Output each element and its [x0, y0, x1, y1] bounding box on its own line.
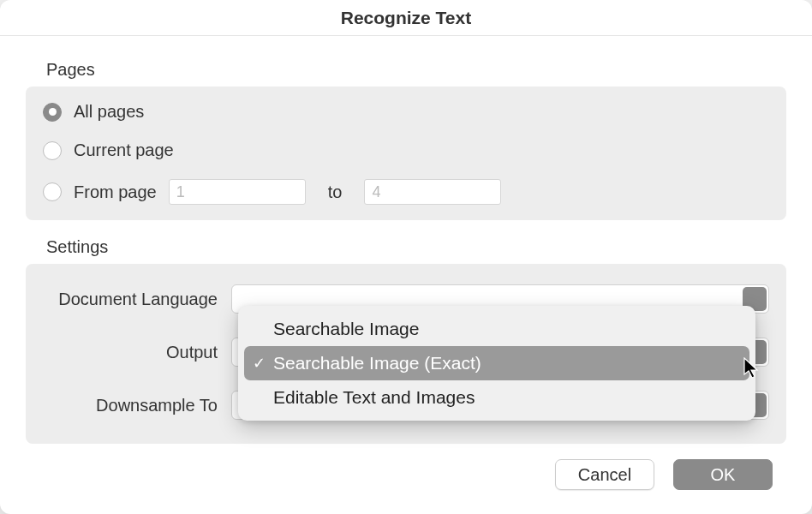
ok-button[interactable]: OK — [673, 459, 773, 490]
downsample-label: Downsample To — [43, 396, 231, 415]
document-language-label: Document Language — [43, 290, 231, 309]
to-page-input[interactable] — [364, 179, 501, 205]
output-dropdown-popup: Searchable Image ✓ Searchable Image (Exa… — [238, 306, 755, 421]
radio-label-all-pages: All pages — [74, 102, 144, 122]
output-label: Output — [43, 343, 231, 362]
radio-label-from-page: From page — [74, 182, 157, 202]
radio-current-page[interactable] — [43, 141, 62, 160]
dropdown-item-label: Searchable Image — [273, 319, 419, 339]
radio-all-pages[interactable] — [43, 103, 62, 122]
dropdown-item-searchable-image[interactable]: Searchable Image — [244, 312, 749, 346]
recognize-text-dialog: Recognize Text Pages All pages Current p… — [0, 0, 812, 514]
radio-label-current-page: Current page — [74, 140, 174, 160]
check-icon: ✓ — [249, 354, 268, 373]
dropdown-item-searchable-image-exact[interactable]: ✓ Searchable Image (Exact) — [244, 346, 749, 380]
dialog-title: Recognize Text — [341, 8, 471, 28]
dropdown-item-label: Editable Text and Images — [273, 387, 475, 408]
dropdown-item-editable-text-images[interactable]: Editable Text and Images — [244, 380, 749, 415]
pages-group: All pages Current page From page to — [26, 87, 786, 220]
from-page-input[interactable] — [169, 179, 306, 205]
radio-from-page[interactable] — [43, 182, 62, 201]
to-label: to — [328, 182, 343, 202]
settings-section-label: Settings — [46, 237, 786, 257]
title-bar: Recognize Text — [0, 0, 812, 36]
button-row: Cancel OK — [0, 444, 812, 514]
dropdown-item-label: Searchable Image (Exact) — [273, 353, 481, 374]
radio-row-all-pages[interactable]: All pages — [43, 102, 769, 122]
pages-section-label: Pages — [46, 60, 786, 80]
radio-row-current-page[interactable]: Current page — [43, 140, 769, 160]
radio-row-from-page[interactable]: From page to — [43, 179, 769, 205]
cancel-button[interactable]: Cancel — [555, 459, 654, 490]
